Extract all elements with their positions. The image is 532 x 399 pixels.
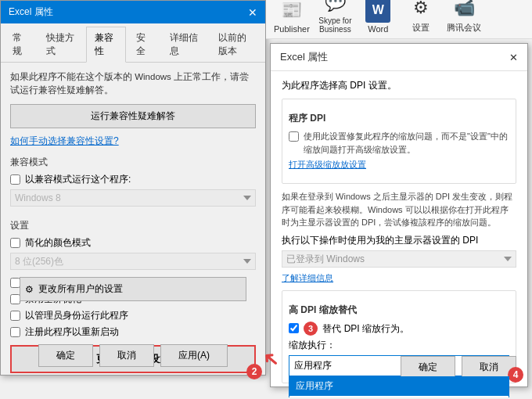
cancel-button[interactable]: 取消 (99, 344, 154, 367)
high-dpi-check-row: 3 替代 DPI 缩放行为。 (289, 322, 509, 336)
right-titlebar: Excel 属性 ✕ (271, 44, 527, 71)
left-titlebar: Excel 属性 ✕ (1, 1, 265, 23)
publisher-icon: 📰 (279, 0, 304, 23)
taskbar-skype[interactable]: 💬 Skype forBusiness (318, 0, 353, 34)
scaling-label: 缩放执行： (289, 339, 509, 352)
admin-label: 以管理员身份运行此程序 (25, 309, 128, 322)
program-dpi-check-row: 使用此设置修复此程序的缩放问题，而不是"设置"中的缩放间题打开高级缩放设置。 (289, 130, 509, 156)
taskbar-word[interactable]: W Word (361, 0, 396, 34)
left-bottom-buttons: 确定 取消 应用(A) (1, 344, 265, 367)
taskbar: 📰 Publisher 💬 Skype forBusiness W Word ⚙… (266, 0, 532, 39)
left-body: 如果此程序不能在这个版本的 Windows 上正常工作，请尝试运行兼容性疑难解答… (1, 63, 265, 387)
left-tabs: 常规 快捷方式 兼容性 安全 详细信息 以前的版本 (1, 23, 265, 63)
tencent-icon: 📹 (451, 0, 476, 20)
change-all-users-button[interactable]: ⚙ 更改所有用户的设置 (20, 277, 246, 301)
taskbar-settings[interactable]: ⚙ 设置 (404, 0, 439, 34)
settings-label: 设置 (10, 219, 256, 232)
program-dpi-section: 程序 DPI 使用此设置修复此程序的缩放问题，而不是"设置"中的缩放间题打开高级… (282, 99, 516, 184)
tab-general[interactable]: 常规 (4, 27, 36, 62)
selected-option: 应用程序 (294, 359, 332, 372)
left-close-button[interactable]: ✕ (248, 6, 257, 19)
ok-button[interactable]: 确定 (38, 344, 93, 367)
how-to-link[interactable]: 如何手动选择兼容性设置? (10, 135, 256, 148)
windows-dpi-desc: 如果在登录到 Windows 之后主显示器的 DPI 发生变改，则程序可能看起来… (282, 190, 516, 229)
tab-prev-versions[interactable]: 以前的版本 (210, 27, 264, 62)
restart-row: 注册此程序以重新启动 (10, 325, 256, 339)
color-mode-row: 简化的颜色模式 (10, 236, 256, 250)
tab-security[interactable]: 安全 (128, 27, 160, 62)
restart-checkbox[interactable] (10, 327, 20, 337)
admin-row: 以管理员身份运行此程序 (10, 309, 256, 322)
compat-mode-label: 兼容模式 (10, 156, 256, 169)
color-mode-label: 简化的颜色模式 (25, 236, 91, 250)
publisher-label: Publisher (274, 24, 310, 34)
for-program-label: 为此程序选择高 DPI 设置。 (282, 79, 516, 92)
restart-label: 注册此程序以重新启动 (25, 325, 119, 339)
apply-button[interactable]: 应用(A) (160, 344, 228, 367)
color-mode-checkbox[interactable] (10, 238, 20, 248)
dropdown-item-system[interactable]: 系统 (289, 396, 509, 397)
gear-icon: ⚙ (25, 284, 34, 295)
taskbar-tencent[interactable]: 📹 腾讯会议 (447, 0, 482, 34)
dropdown-item-app[interactable]: 应用程序 (289, 376, 509, 396)
right-body: 为此程序选择高 DPI 设置。 程序 DPI 使用此设置修复此程序的缩放问题，而… (271, 71, 527, 397)
left-properties-dialog: Excel 属性 ✕ 常规 快捷方式 兼容性 安全 详细信息 以前的版本 如果此… (0, 0, 266, 376)
badge-2: 2 (246, 364, 262, 379)
tencent-label: 腾讯会议 (447, 22, 481, 34)
admin-checkbox[interactable] (10, 311, 20, 321)
color-depth-select[interactable]: 8 位(256)色 (10, 253, 256, 270)
tab-details[interactable]: 详细信息 (161, 27, 208, 62)
dpi-timing-select[interactable]: 已登录到 Windows (282, 250, 516, 268)
learn-more-link[interactable]: 了解详细信息 (282, 272, 516, 284)
right-dpi-dialog: Excel 属性 ✕ 为此程序选择高 DPI 设置。 程序 DPI 使用此设置修… (270, 43, 528, 387)
run-compat-text: 以兼容模式运行这个程序: (25, 173, 131, 186)
settings-label: 设置 (412, 22, 430, 34)
skype-label: Skype forBusiness (318, 16, 351, 34)
run-compat-button[interactable]: 运行兼容性疑难解答 (10, 104, 256, 128)
word-label: Word (368, 24, 388, 34)
program-dpi-title: 程序 DPI (289, 112, 509, 125)
high-dpi-title: 高 DPI 缩放替代 (289, 304, 509, 317)
compat-desc: 如果此程序不能在这个版本的 Windows 上正常工作，请尝试运行兼容性疑难解答… (10, 70, 256, 98)
settings-icon: ⚙ (408, 0, 433, 20)
windows-version-select[interactable]: Windows 8 (10, 189, 256, 207)
execution-label: 执行以下操作时使用为我的主显示器设置的 DPI (282, 234, 516, 247)
dropdown-list: 应用程序 系统 系统(增强) (289, 376, 509, 397)
change-all-label: 更改所有用户的设置 (38, 282, 123, 296)
right-title: Excel 属性 (280, 50, 328, 64)
high-dpi-check-label: 3 替代 DPI 缩放行为。 (304, 322, 409, 336)
run-compat-row: 以兼容模式运行这个程序: (10, 173, 256, 186)
tab-compat[interactable]: 兼容性 (86, 27, 126, 63)
high-dpi-checkbox[interactable] (289, 323, 299, 333)
program-dpi-checkbox[interactable] (289, 131, 299, 142)
run-compat-checkbox[interactable] (10, 174, 20, 185)
taskbar-publisher[interactable]: 📰 Publisher (274, 0, 310, 34)
badge-3-inline: 3 (304, 322, 318, 336)
compat-mode-section: 兼容模式 以兼容模式运行这个程序: Windows 8 (10, 156, 256, 213)
program-dpi-desc: 使用此设置修复此程序的缩放问题，而不是"设置"中的缩放间题打开高级缩放设置。 (304, 130, 509, 156)
badge-4: 4 (508, 367, 523, 383)
left-title: Excel 属性 (9, 5, 53, 19)
tab-shortcut[interactable]: 快捷方式 (38, 27, 84, 62)
word-icon: W (365, 0, 390, 23)
skype-icon: 💬 (322, 0, 347, 15)
right-close-button[interactable]: ✕ (509, 52, 518, 63)
open-scaling-link[interactable]: 打开高级缩放放设置 (289, 159, 509, 171)
